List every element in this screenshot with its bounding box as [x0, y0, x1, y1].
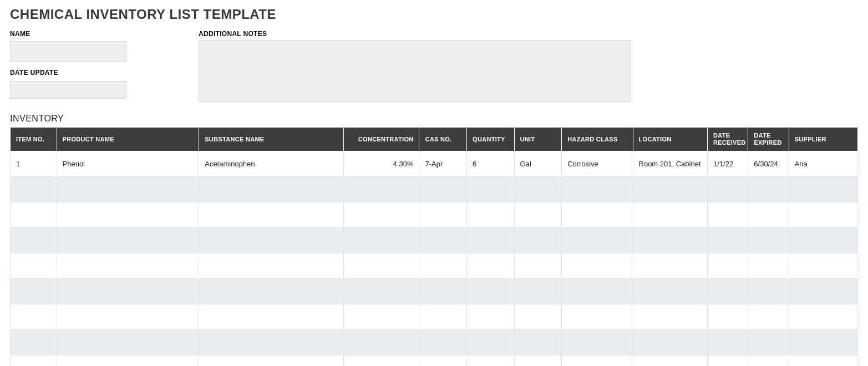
cell-date_received[interactable]: [707, 279, 748, 304]
cell-date_received[interactable]: [707, 253, 748, 279]
cell-item_no[interactable]: [11, 253, 57, 279]
cell-supplier[interactable]: [789, 330, 857, 355]
cell-location[interactable]: [633, 253, 707, 279]
cell-supplier[interactable]: [789, 202, 857, 228]
cell-date_received[interactable]: [707, 202, 748, 228]
cell-cas_no[interactable]: [419, 330, 467, 355]
cell-substance_name[interactable]: [199, 355, 344, 366]
cell-hazard_class[interactable]: [562, 177, 633, 202]
cell-unit[interactable]: [514, 304, 562, 330]
cell-location[interactable]: [633, 330, 707, 355]
cell-unit[interactable]: [514, 177, 562, 202]
cell-cas_no[interactable]: [419, 279, 467, 304]
cell-hazard_class[interactable]: [562, 228, 633, 253]
cell-item_no[interactable]: [11, 355, 57, 366]
cell-hazard_class[interactable]: [562, 279, 633, 304]
cell-location[interactable]: [633, 177, 707, 202]
cell-date_expired[interactable]: [748, 253, 789, 279]
table-row[interactable]: [11, 177, 858, 202]
cell-quantity[interactable]: 6: [467, 151, 515, 177]
cell-date_received[interactable]: 1/1/22: [707, 151, 748, 177]
cell-date_received[interactable]: [707, 304, 748, 330]
cell-hazard_class[interactable]: Corrosive: [562, 151, 633, 177]
cell-concentration[interactable]: [343, 177, 419, 202]
cell-quantity[interactable]: [467, 330, 515, 355]
date-update-input[interactable]: [10, 81, 126, 99]
cell-date_expired[interactable]: 6/30/24: [748, 151, 789, 177]
cell-cas_no[interactable]: [419, 202, 467, 228]
cell-concentration[interactable]: 4.30%: [343, 151, 419, 177]
cell-concentration[interactable]: [343, 304, 419, 330]
cell-date_expired[interactable]: [748, 202, 789, 228]
name-input[interactable]: [10, 41, 126, 62]
cell-location[interactable]: [633, 304, 707, 330]
cell-hazard_class[interactable]: [562, 304, 633, 330]
cell-concentration[interactable]: [343, 279, 419, 304]
cell-quantity[interactable]: [467, 304, 515, 330]
cell-date_expired[interactable]: [748, 355, 789, 366]
cell-unit[interactable]: [514, 228, 562, 253]
cell-substance_name[interactable]: [199, 202, 344, 228]
cell-cas_no[interactable]: 7-Apr: [419, 151, 467, 177]
cell-quantity[interactable]: [467, 177, 515, 202]
additional-notes-input[interactable]: [199, 40, 631, 102]
cell-date_expired[interactable]: [748, 279, 789, 304]
cell-supplier[interactable]: [789, 228, 857, 253]
cell-product_name[interactable]: [57, 355, 199, 366]
cell-substance_name[interactable]: [199, 304, 344, 330]
cell-item_no[interactable]: [11, 279, 57, 304]
cell-unit[interactable]: [514, 355, 562, 366]
cell-concentration[interactable]: [343, 355, 419, 366]
cell-date_received[interactable]: [707, 330, 748, 355]
cell-substance_name[interactable]: [199, 279, 344, 304]
cell-date_expired[interactable]: [748, 177, 789, 202]
cell-product_name[interactable]: [57, 279, 199, 304]
cell-supplier[interactable]: [789, 304, 857, 330]
table-row[interactable]: [11, 202, 858, 228]
cell-hazard_class[interactable]: [562, 202, 633, 228]
cell-supplier[interactable]: [789, 253, 857, 279]
cell-location[interactable]: [633, 279, 707, 304]
cell-unit[interactable]: [514, 253, 562, 279]
cell-supplier[interactable]: [789, 177, 857, 202]
table-row[interactable]: [11, 253, 858, 279]
cell-product_name[interactable]: [57, 202, 199, 228]
cell-item_no[interactable]: [11, 202, 57, 228]
cell-item_no[interactable]: [11, 228, 57, 253]
cell-date_expired[interactable]: [748, 228, 789, 253]
cell-quantity[interactable]: [467, 228, 515, 253]
cell-location[interactable]: [633, 355, 707, 366]
cell-unit[interactable]: Gal: [514, 151, 562, 177]
cell-supplier[interactable]: [789, 279, 857, 304]
cell-quantity[interactable]: [467, 253, 515, 279]
cell-cas_no[interactable]: [419, 304, 467, 330]
cell-product_name[interactable]: [57, 253, 199, 279]
cell-product_name[interactable]: [57, 177, 199, 202]
cell-substance_name[interactable]: [199, 330, 344, 355]
cell-cas_no[interactable]: [419, 228, 467, 253]
cell-location[interactable]: [633, 228, 707, 253]
cell-substance_name[interactable]: [199, 228, 344, 253]
cell-concentration[interactable]: [343, 253, 419, 279]
cell-quantity[interactable]: [467, 355, 515, 366]
cell-cas_no[interactable]: [419, 355, 467, 366]
cell-unit[interactable]: [514, 202, 562, 228]
cell-substance_name[interactable]: Acetaminophen: [199, 151, 344, 177]
table-row[interactable]: [11, 228, 858, 253]
cell-product_name[interactable]: Phenol: [57, 151, 199, 177]
table-row[interactable]: [11, 355, 858, 366]
cell-location[interactable]: Room 201, Cabinet: [633, 151, 707, 177]
cell-quantity[interactable]: [467, 279, 515, 304]
cell-date_received[interactable]: [707, 355, 748, 366]
cell-hazard_class[interactable]: [562, 355, 633, 366]
cell-substance_name[interactable]: [199, 253, 344, 279]
cell-product_name[interactable]: [57, 228, 199, 253]
cell-date_expired[interactable]: [748, 304, 789, 330]
cell-item_no[interactable]: [11, 177, 57, 202]
cell-quantity[interactable]: [467, 202, 515, 228]
table-row[interactable]: 1PhenolAcetaminophen4.30%7-Apr6GalCorros…: [11, 151, 858, 177]
cell-location[interactable]: [633, 202, 707, 228]
table-row[interactable]: [11, 304, 858, 330]
cell-date_received[interactable]: [707, 177, 748, 202]
cell-concentration[interactable]: [343, 330, 419, 355]
